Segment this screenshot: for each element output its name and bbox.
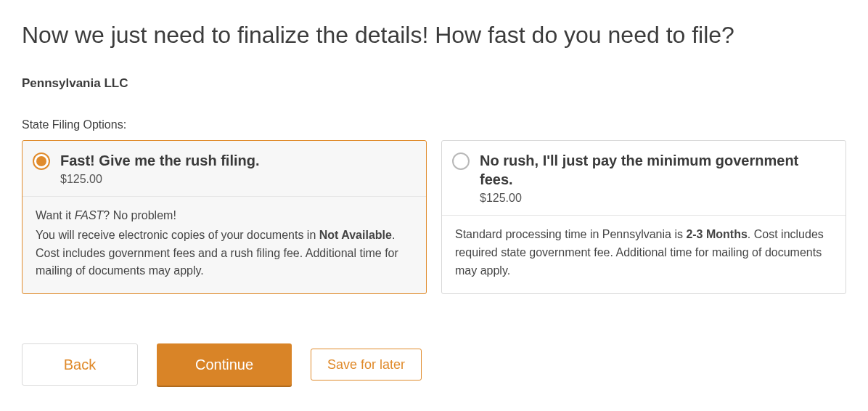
option-description: You will receive electronic copies of yo… <box>36 227 413 280</box>
option-price: $125.00 <box>480 192 832 205</box>
page-title: Now we just need to finalize the details… <box>22 22 846 49</box>
option-header-text: Fast! Give me the rush filing. $125.00 <box>60 151 413 186</box>
option-price: $125.00 <box>60 173 413 186</box>
option-header: Fast! Give me the rush filing. $125.00 <box>22 141 426 197</box>
option-intro: Want it FAST? No problem! <box>36 207 413 225</box>
radio-icon[interactable] <box>452 152 470 170</box>
actions-row: Back Continue Save for later <box>22 343 846 386</box>
entity-subtitle: Pennsylvania LLC <box>22 76 846 91</box>
option-body: Standard processing time in Pennsylvania… <box>442 216 846 293</box>
option-title: No rush, I'll just pay the minimum gover… <box>480 151 832 189</box>
filing-options-row: Fast! Give me the rush filing. $125.00 W… <box>22 140 846 294</box>
option-title: Fast! Give me the rush filing. <box>60 151 413 170</box>
save-for-later-button[interactable]: Save for later <box>311 349 422 381</box>
section-label: State Filing Options: <box>22 118 846 131</box>
back-button[interactable]: Back <box>22 343 138 386</box>
continue-button[interactable]: Continue <box>157 343 292 386</box>
radio-icon[interactable] <box>33 152 50 170</box>
option-description: Standard processing time in Pennsylvania… <box>455 226 832 280</box>
option-body: Want it FAST? No problem! You will recei… <box>22 197 426 293</box>
option-card-rush[interactable]: Fast! Give me the rush filing. $125.00 W… <box>22 140 427 294</box>
option-header: No rush, I'll just pay the minimum gover… <box>442 141 846 216</box>
option-header-text: No rush, I'll just pay the minimum gover… <box>480 151 832 205</box>
option-card-standard[interactable]: No rush, I'll just pay the minimum gover… <box>441 140 846 294</box>
